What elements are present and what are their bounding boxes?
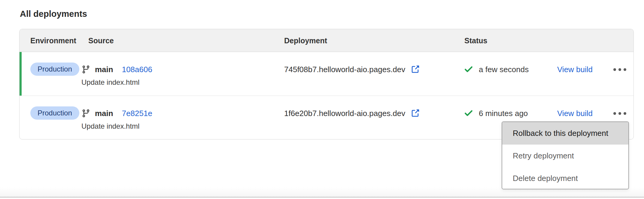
menu-item-retry[interactable]: Retry deployment bbox=[502, 145, 628, 167]
row-actions-menu-button[interactable] bbox=[607, 60, 632, 78]
status-time: 6 minutes ago bbox=[479, 109, 528, 118]
table-header-row: Environment Source Deployment Status bbox=[20, 29, 633, 52]
dot-icon bbox=[624, 112, 626, 115]
commit-message: Update index.html bbox=[81, 122, 152, 130]
column-header-source: Source bbox=[88, 29, 114, 52]
environment-cell: Production bbox=[30, 106, 79, 120]
external-link-icon[interactable] bbox=[411, 65, 420, 74]
view-build-link[interactable]: View build bbox=[557, 63, 593, 76]
git-branch-icon bbox=[81, 109, 90, 118]
commit-link[interactable]: 7e8251e bbox=[122, 109, 152, 118]
deployment-cell: 1f6e20b7.helloworld-aio.pages.dev bbox=[284, 107, 420, 120]
commit-link[interactable]: 108a606 bbox=[122, 65, 152, 74]
success-check-icon bbox=[464, 109, 473, 118]
view-build-link[interactable]: View build bbox=[557, 107, 593, 120]
menu-item-rollback[interactable]: Rollback to this deployment bbox=[502, 122, 628, 145]
row-actions-menu-button[interactable] bbox=[607, 104, 632, 122]
status-cell: 6 minutes ago bbox=[464, 107, 528, 120]
status-cell: a few seconds bbox=[464, 63, 529, 76]
current-deployment-indicator bbox=[20, 52, 22, 96]
git-branch-icon bbox=[81, 65, 90, 74]
commit-message: Update index.html bbox=[81, 78, 152, 87]
column-header-deployment: Deployment bbox=[284, 29, 327, 52]
dot-icon bbox=[624, 68, 626, 71]
environment-badge: Production bbox=[30, 106, 79, 120]
dot-icon bbox=[613, 68, 616, 71]
branch-name: main bbox=[95, 65, 113, 74]
deployment-url: 1f6e20b7.helloworld-aio.pages.dev bbox=[284, 109, 405, 118]
source-cell: main 7e8251e Update index.html bbox=[81, 107, 152, 130]
column-header-environment: Environment bbox=[30, 29, 76, 52]
column-header-status: Status bbox=[464, 29, 487, 52]
menu-item-delete[interactable]: Delete deployment bbox=[502, 167, 628, 189]
environment-badge: Production bbox=[30, 63, 79, 76]
status-time: a few seconds bbox=[479, 65, 529, 74]
deployment-url: 745f08b7.helloworld-aio.pages.dev bbox=[284, 65, 405, 74]
dot-icon bbox=[613, 112, 616, 115]
dot-icon bbox=[618, 112, 621, 115]
page-title: All deployments bbox=[20, 9, 87, 19]
source-cell: main 108a606 Update index.html bbox=[81, 63, 152, 87]
deployment-cell: 745f08b7.helloworld-aio.pages.dev bbox=[284, 63, 420, 76]
dot-icon bbox=[618, 68, 621, 71]
deployment-actions-menu: Rollback to this deployment Retry deploy… bbox=[502, 121, 629, 189]
branch-name: main bbox=[95, 109, 113, 118]
success-check-icon bbox=[464, 65, 473, 74]
deployment-row-1: Production main 108a606 Update index.htm… bbox=[20, 52, 633, 96]
external-link-icon[interactable] bbox=[411, 109, 420, 118]
environment-cell: Production bbox=[30, 63, 79, 76]
